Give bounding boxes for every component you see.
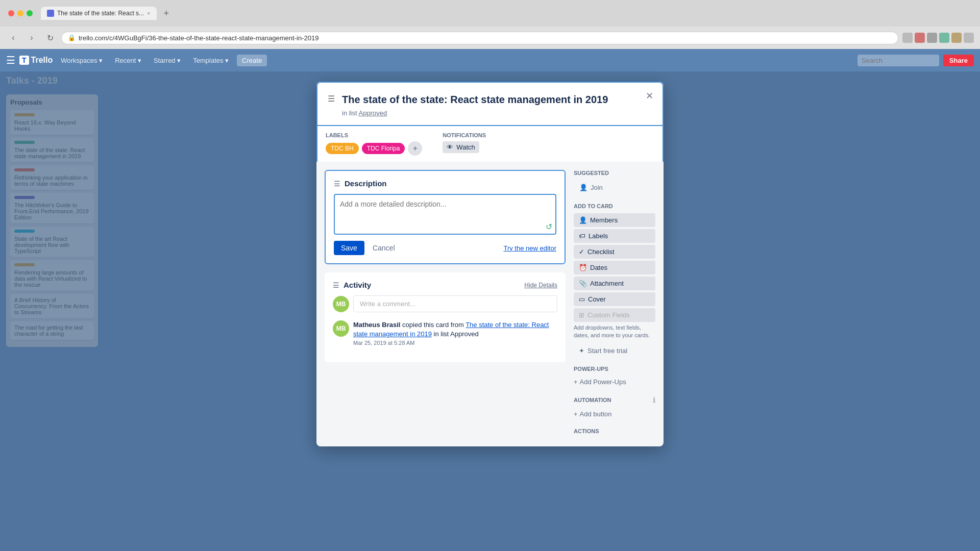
close-traffic-light[interactable] [8,10,14,16]
modal-meta: Labels TDC BH TDC Floripa + [316,126,664,162]
save-button[interactable]: Save [334,241,364,255]
plus-icon-2: + [574,410,578,418]
labels-btn-label: Labels [589,232,608,240]
label-tdc-floripa-text: TDC Floripa [367,145,400,152]
browser-tab[interactable]: The state of the state: React s... × [41,7,157,20]
forward-button[interactable]: › [24,31,39,45]
activity-action: copied this card from [402,321,465,329]
checklist-label: Checklist [587,248,615,256]
notifications-heading: Notifications [443,132,486,138]
card-modal: ☰ The state of the state: React state ma… [316,82,664,446]
activity-icon: ☰ [333,281,339,289]
modal-overlay: ☰ The state of the state: React state ma… [0,71,980,551]
dates-icon: ⏰ [579,264,587,271]
extension-icon-3[interactable] [927,33,937,43]
activity-title-row: ☰ Activity [333,281,371,289]
search-input[interactable] [857,55,939,66]
comment-placeholder: Write a comment... [360,300,415,308]
add-to-card-label: Add to card [574,203,655,209]
card-header-icon: ☰ [328,94,335,104]
extension-icon-1[interactable] [902,33,913,43]
refresh-icon: ↺ [546,222,552,232]
card-list-info: in list Approved [342,109,642,117]
activity-avatar: MB [333,320,349,337]
join-icon: 👤 [579,184,587,191]
trial-icon: ✦ [579,347,584,355]
create-button[interactable]: Create [237,55,267,66]
traffic-lights [8,10,33,16]
description-icon: ☰ [334,180,340,188]
activity-content: Matheus Brasil copied this card from The… [353,320,557,346]
extension-icon-5[interactable] [951,33,962,43]
add-power-ups-label: Add Power-Ups [580,378,626,386]
nav-recent[interactable]: Recent ▾ [111,55,145,66]
add-label-button[interactable]: + [408,141,422,156]
tab-close-button[interactable]: × [147,10,150,16]
description-textarea[interactable] [334,194,556,235]
add-power-ups-button[interactable]: + Add Power-Ups [574,376,626,388]
members-button[interactable]: 👤 Members [574,213,655,227]
nav-workspaces[interactable]: Workspaces ▾ [57,55,107,66]
activity-text: Matheus Brasil copied this card from The… [353,320,557,339]
checklist-button[interactable]: ✓ Checklist [574,245,655,259]
watch-button[interactable]: 👁 Watch [443,141,479,153]
labels-section: Labels TDC BH TDC Floripa + [326,132,422,156]
card-list-link[interactable]: Approved [359,109,387,117]
custom-fields-icon: ⊞ [579,311,584,319]
modal-close-button[interactable]: ✕ [642,89,656,103]
cover-button[interactable]: ▭ Cover [574,292,655,306]
hide-details-button[interactable]: Hide Details [524,282,557,289]
maximize-traffic-light[interactable] [27,10,33,16]
premium-text: Add dropdowns, text fields, dates, and m… [574,324,655,340]
extension-icon-6[interactable] [964,33,974,43]
cover-icon: ▭ [579,295,585,303]
back-button[interactable]: ‹ [6,31,20,45]
dates-label: Dates [590,264,607,271]
share-button[interactable]: Share [943,55,974,66]
join-button[interactable]: 👤 Join [574,180,655,195]
label-tdc-bh-text: TDC BH [331,145,354,152]
checklist-icon: ✓ [579,248,584,256]
join-label: Join [591,184,603,191]
cancel-button[interactable]: Cancel [369,241,399,255]
modal-body: ☰ Description ↺ Save Cancel [316,162,664,446]
power-ups-section: Power-Ups + Add Power-Ups [574,366,655,388]
custom-fields-button[interactable]: ⊞ Custom Fields [574,308,655,322]
activity-entry: MB Matheus Brasil copied this card from … [333,320,557,346]
automation-section: Automation ℹ + Add button [574,396,655,420]
label-tdc-bh[interactable]: TDC BH [326,143,359,154]
address-bar[interactable]: 🔒 trello.com/c/4WGuBgFi/36-the-state-of-… [61,32,898,44]
minimize-traffic-light[interactable] [17,10,23,16]
automation-info-icon: ℹ [653,396,655,404]
labels-button[interactable]: 🏷 Labels [574,229,655,243]
description-section: ☰ Description ↺ Save Cancel [325,170,566,264]
extension-icon-4[interactable] [939,33,949,43]
activity-header: ☰ Activity Hide Details [333,281,557,289]
new-editor-link[interactable]: Try the new editor [503,244,556,252]
watch-label: Watch [456,143,475,151]
cover-label: Cover [588,295,606,303]
activity-author: Matheus Brasil [353,321,400,329]
comment-input-row: MB Write a comment... [333,295,557,312]
extension-icon-2[interactable] [915,33,925,43]
card-title: The state of the state: React state mana… [342,93,642,106]
start-trial-button[interactable]: ✦ Start free trial [574,344,655,358]
trello-header: ☰ T Trello Workspaces ▾ Recent ▾ Starred… [0,49,980,71]
comment-input[interactable]: Write a comment... [353,295,557,312]
label-tdc-floripa[interactable]: TDC Floripa [362,143,405,154]
board-content: Talks - 2019 Proposals React 16.x: Way B… [0,71,980,551]
tab-title: The state of the state: React s... [57,10,144,17]
power-ups-label: Power-Ups [574,366,655,372]
dates-button[interactable]: ⏰ Dates [574,261,655,274]
nav-starred[interactable]: Starred ▾ [150,55,185,66]
nav-templates[interactable]: Templates ▾ [189,55,233,66]
description-header: ☰ Description [334,179,556,188]
activity-list-text: in list Approved [434,330,479,338]
url-text: trello.com/c/4WGuBgFi/36-the-state-of-th… [79,34,318,42]
reload-button[interactable]: ↻ [43,31,57,45]
modal-sidebar: Suggested 👤 Join Add to card 👤 Members [574,170,655,438]
attachment-button[interactable]: 📎 Attachment [574,277,655,290]
add-button-button[interactable]: + Add button [574,408,611,420]
new-tab-button[interactable]: + [161,8,173,19]
description-title: Description [345,179,387,188]
